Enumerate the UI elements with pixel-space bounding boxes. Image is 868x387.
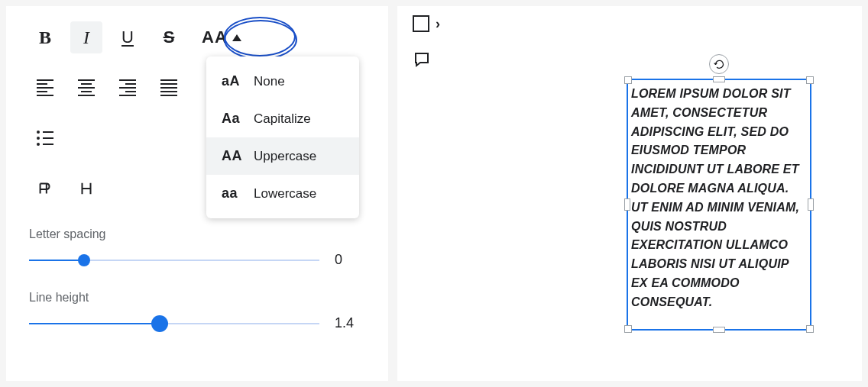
resize-handle-b[interactable] bbox=[713, 327, 725, 333]
right-tool-rail: › bbox=[413, 15, 440, 69]
vertical-text-button[interactable] bbox=[70, 173, 102, 205]
shape-tool-row[interactable]: › bbox=[413, 15, 440, 32]
italic-label: I bbox=[83, 27, 89, 48]
line-height-label: Line height bbox=[29, 291, 365, 305]
comment-button[interactable] bbox=[413, 50, 440, 69]
case-option-uppercase[interactable]: AA Uppercase bbox=[206, 137, 359, 175]
italic-button[interactable]: I bbox=[70, 21, 102, 53]
text-frame-content: LOREM IPSUM DOLOR SIT AMET, CONSECTETUR … bbox=[628, 80, 810, 317]
triangle-up-icon bbox=[232, 34, 241, 41]
font-style-row: B I U S AA bbox=[29, 21, 365, 53]
comment-icon bbox=[413, 50, 431, 69]
canvas-panel: › LOREM IPSUM DOLOR SIT AMET, CONSECTETU… bbox=[397, 6, 862, 381]
rotate-handle[interactable] bbox=[709, 54, 729, 74]
align-justify-icon bbox=[160, 79, 177, 96]
case-uppercase-icon: AA bbox=[222, 148, 243, 164]
align-left-icon bbox=[37, 79, 53, 96]
letter-spacing-label: Letter spacing bbox=[29, 227, 365, 241]
text-case-button[interactable]: AA bbox=[194, 21, 249, 53]
align-justify-button[interactable] bbox=[153, 72, 185, 104]
text-format-panel: B I U S AA bbox=[6, 6, 388, 381]
case-option-none[interactable]: aA None bbox=[206, 63, 359, 100]
case-option-lowercase[interactable]: aa Lowercase bbox=[206, 175, 359, 212]
paragraph-direction-icon bbox=[37, 180, 53, 197]
resize-handle-br[interactable] bbox=[806, 325, 814, 333]
align-right-icon bbox=[119, 79, 136, 96]
align-right-button[interactable] bbox=[112, 72, 144, 104]
align-left-button[interactable] bbox=[29, 72, 61, 104]
chevron-right-icon: › bbox=[436, 16, 440, 32]
letter-spacing-row: 0 bbox=[29, 252, 365, 268]
resize-handle-t[interactable] bbox=[713, 76, 725, 82]
strike-label: S bbox=[164, 27, 175, 47]
strikethrough-button[interactable]: S bbox=[153, 21, 185, 53]
case-option-capitalize[interactable]: Aa Capitalize bbox=[206, 100, 359, 137]
align-center-icon bbox=[78, 79, 95, 96]
case-capitalize-icon: Aa bbox=[222, 111, 243, 127]
align-center-button[interactable] bbox=[70, 72, 102, 104]
resize-handle-l[interactable] bbox=[624, 198, 630, 211]
case-lowercase-label: Lowercase bbox=[254, 186, 316, 202]
text-case-label: AA bbox=[202, 27, 228, 47]
rotate-icon bbox=[714, 59, 725, 70]
resize-handle-tr[interactable] bbox=[806, 76, 814, 84]
case-capitalize-label: Capitalize bbox=[254, 111, 311, 127]
square-icon bbox=[413, 15, 429, 32]
underline-label: U bbox=[121, 27, 134, 47]
case-none-icon: aA bbox=[222, 73, 243, 89]
text-case-dropdown: aA None Aa Capitalize AA Uppercase aa Lo… bbox=[206, 56, 359, 218]
line-height-row: 1.4 bbox=[29, 315, 365, 331]
line-height-value: 1.4 bbox=[335, 315, 365, 331]
bullet-list-button[interactable] bbox=[29, 122, 61, 154]
letter-spacing-value: 0 bbox=[335, 252, 365, 268]
case-uppercase-label: Uppercase bbox=[254, 149, 316, 164]
resize-handle-bl[interactable] bbox=[624, 325, 632, 333]
underline-button[interactable]: U bbox=[112, 21, 144, 53]
selected-text-frame[interactable]: LOREM IPSUM DOLOR SIT AMET, CONSECTETUR … bbox=[627, 79, 811, 331]
bold-button[interactable]: B bbox=[29, 21, 61, 53]
bold-label: B bbox=[39, 27, 51, 48]
letter-spacing-slider[interactable] bbox=[29, 253, 319, 268]
case-none-label: None bbox=[254, 74, 285, 89]
text-direction-button[interactable] bbox=[29, 173, 61, 205]
case-lowercase-icon: aa bbox=[222, 185, 243, 202]
line-height-slider[interactable] bbox=[29, 316, 319, 331]
vertical-text-icon bbox=[78, 180, 95, 197]
resize-handle-r[interactable] bbox=[808, 198, 814, 211]
resize-handle-tl[interactable] bbox=[624, 76, 632, 84]
bullet-list-icon bbox=[37, 131, 53, 146]
